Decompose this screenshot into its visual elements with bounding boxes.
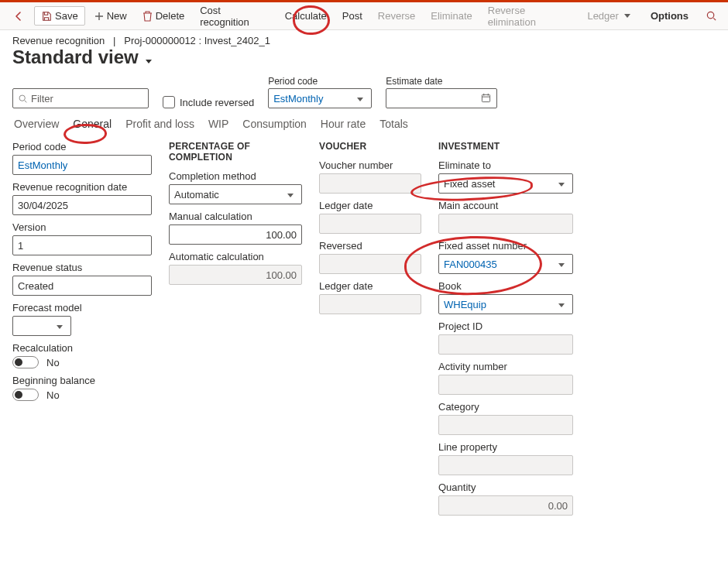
beginning-balance-toggle[interactable] bbox=[12, 389, 39, 401]
estimate-date-input[interactable] bbox=[386, 88, 497, 108]
calendar-icon bbox=[479, 93, 492, 105]
column-investment: INVESTMENT Eliminate to Fixed asset Main… bbox=[438, 141, 573, 516]
save-icon bbox=[41, 11, 52, 22]
post-button[interactable]: Post bbox=[336, 7, 369, 25]
svg-rect-2 bbox=[482, 94, 489, 101]
version-field[interactable]: 1 bbox=[12, 235, 152, 255]
fixed-asset-number-field[interactable]: FAN000435 bbox=[438, 254, 573, 274]
new-label: New bbox=[107, 10, 127, 22]
reverse-button[interactable]: Reverse bbox=[372, 7, 421, 25]
back-button[interactable] bbox=[6, 7, 31, 26]
quantity-label: Quantity bbox=[438, 481, 573, 493]
new-button[interactable]: New bbox=[88, 7, 133, 25]
ledger-dropdown[interactable]: Ledger bbox=[581, 7, 636, 25]
filter-placeholder: Filter bbox=[31, 93, 53, 105]
filter-input[interactable]: Filter bbox=[12, 88, 149, 108]
delete-label: Delete bbox=[156, 10, 185, 22]
breadcrumb-sep: | bbox=[113, 35, 115, 46]
period-code-field[interactable]: EstMonthly bbox=[12, 155, 152, 175]
tab-hour-rate[interactable]: Hour rate bbox=[319, 116, 367, 132]
period-code-filter-label: Period code bbox=[268, 76, 372, 87]
tab-wip[interactable]: WIP bbox=[207, 116, 230, 132]
breadcrumb: Revenue recognition | Proj-000000012 : I… bbox=[0, 30, 728, 46]
reversed-label: Reversed bbox=[319, 240, 421, 252]
chevron-down-icon bbox=[555, 179, 568, 188]
beginning-balance-label: Beginning balance bbox=[12, 375, 152, 386]
estimate-date-label: Estimate date bbox=[386, 76, 497, 87]
column-percentage: PERCENTAGE OF COMPLETION Completion meth… bbox=[169, 141, 302, 285]
recalculation-toggle[interactable] bbox=[12, 356, 39, 368]
section-investment: INVESTMENT bbox=[438, 141, 573, 152]
main-account-label: Main account bbox=[438, 200, 573, 211]
eliminate-to-field[interactable]: Fixed asset bbox=[438, 173, 573, 194]
completion-method-value: Automatic bbox=[174, 189, 219, 200]
tab-totals[interactable]: Totals bbox=[378, 116, 410, 132]
ledger-date2-label: Ledger date bbox=[319, 280, 421, 292]
fixed-asset-number-value: FAN000435 bbox=[444, 259, 497, 270]
ledger-date1-label: Ledger date bbox=[319, 200, 421, 211]
auto-calc-label: Automatic calculation bbox=[169, 251, 302, 262]
ledger-date2-field bbox=[319, 294, 421, 314]
revenue-status-field[interactable]: Created bbox=[12, 276, 152, 296]
chevron-down-icon bbox=[555, 259, 568, 269]
tab-consumption[interactable]: Consumption bbox=[241, 116, 308, 132]
eliminate-button[interactable]: Eliminate bbox=[424, 7, 478, 25]
book-field[interactable]: WHEquip bbox=[438, 294, 573, 314]
period-code-label: Period code bbox=[12, 141, 152, 152]
save-label: Save bbox=[55, 10, 78, 22]
column-general: Period code EstMonthly Revenue recogniti… bbox=[12, 141, 152, 401]
chevron-down-icon bbox=[284, 190, 297, 199]
line-property-label: Line property bbox=[438, 441, 573, 453]
version-label: Version bbox=[12, 221, 152, 233]
cost-recognition-button[interactable]: Cost recognition bbox=[194, 2, 275, 31]
period-code-value: EstMonthly bbox=[18, 159, 67, 171]
category-label: Category bbox=[438, 401, 573, 413]
toolbar: Save New Delete Cost recognition Calcula… bbox=[0, 2, 728, 30]
tab-general[interactable]: General bbox=[71, 116, 113, 132]
delete-button[interactable]: Delete bbox=[136, 7, 191, 25]
voucher-number-field bbox=[319, 173, 421, 194]
completion-method-field[interactable]: Automatic bbox=[169, 184, 302, 204]
period-code-filter[interactable]: EstMonthly bbox=[268, 88, 372, 108]
reversed-field bbox=[319, 254, 421, 274]
ledger-date1-field bbox=[319, 214, 421, 234]
voucher-number-label: Voucher number bbox=[319, 159, 421, 171]
section-percentage: PERCENTAGE OF COMPLETION bbox=[169, 141, 302, 163]
activity-number-field bbox=[438, 375, 573, 395]
chevron-down-icon bbox=[53, 321, 66, 331]
period-code-filter-value: EstMonthly bbox=[273, 93, 323, 105]
completion-method-label: Completion method bbox=[169, 170, 302, 182]
page-title[interactable]: Standard view bbox=[0, 46, 728, 73]
quantity-value: 0.00 bbox=[548, 500, 568, 512]
revenue-status-value: Created bbox=[18, 280, 53, 292]
revenue-status-label: Revenue status bbox=[12, 262, 152, 273]
forecast-model-field[interactable] bbox=[12, 316, 71, 336]
recalculation-label: Recalculation bbox=[12, 342, 152, 354]
filter-row: Filter Include reversed Period code EstM… bbox=[0, 73, 728, 116]
eliminate-to-value: Fixed asset bbox=[444, 178, 495, 190]
tab-profit-and-loss[interactable]: Profit and loss bbox=[124, 116, 196, 132]
forecast-model-label: Forecast model bbox=[12, 302, 152, 314]
quantity-field: 0.00 bbox=[438, 495, 573, 516]
calculate-button[interactable]: Calculate bbox=[279, 7, 333, 25]
rev-date-field[interactable]: 30/04/2025 bbox=[12, 195, 152, 215]
search-button[interactable] bbox=[701, 7, 722, 25]
recalculation-value: No bbox=[46, 357, 60, 368]
include-reversed-checkbox[interactable]: Include reversed bbox=[163, 96, 254, 108]
main-account-field bbox=[438, 214, 573, 234]
auto-calc-value: 100.00 bbox=[266, 269, 297, 281]
line-property-field bbox=[438, 455, 573, 475]
reverse-elimination-button[interactable]: Reverse elimination bbox=[482, 2, 579, 31]
svg-point-1 bbox=[19, 95, 25, 101]
save-button[interactable]: Save bbox=[34, 6, 85, 26]
project-id-label: Project ID bbox=[438, 320, 573, 332]
book-value: WHEquip bbox=[444, 299, 486, 310]
manual-calc-field[interactable]: 100.00 bbox=[169, 224, 302, 245]
options-button[interactable]: Options bbox=[644, 7, 695, 25]
column-voucher: VOUCHER Voucher number Ledger date Rever… bbox=[319, 141, 421, 314]
svg-point-0 bbox=[707, 12, 713, 18]
manual-calc-label: Manual calculation bbox=[169, 211, 302, 222]
page-title-text: Standard view bbox=[12, 46, 139, 68]
tab-overview[interactable]: Overview bbox=[12, 116, 60, 132]
rev-date-label: Revenue recognition date bbox=[12, 181, 152, 193]
